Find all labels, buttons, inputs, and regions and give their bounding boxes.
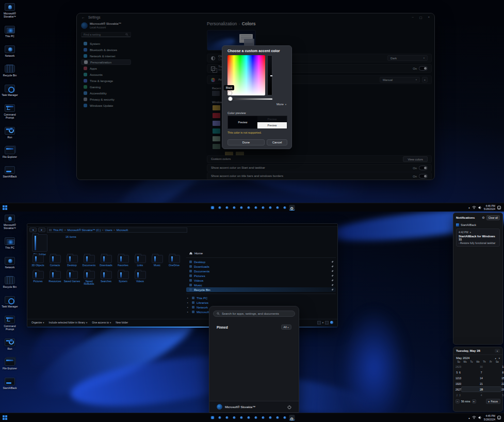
- breadcrumb-segment[interactable]: Users: [105, 229, 112, 232]
- quick-access-item[interactable]: Videos: [186, 278, 336, 283]
- notification-center-icon[interactable]: [497, 206, 501, 209]
- desktop-icon[interactable]: Microsoft® Slovakia™: [1, 3, 19, 18]
- power-icon[interactable]: [287, 405, 291, 409]
- notification-group[interactable]: StartAllBack: [453, 222, 502, 228]
- taskbar-app-icon[interactable]: [238, 205, 244, 210]
- taskbar-app-icon[interactable]: [282, 415, 287, 420]
- expand-chevron-icon[interactable]: ▸: [187, 297, 190, 299]
- done-button[interactable]: Done: [227, 139, 265, 145]
- calendar-day[interactable]: 4: [461, 392, 501, 398]
- hidden-icons-chevron[interactable]: ▴: [468, 206, 470, 209]
- folder-item[interactable]: Links: [132, 255, 149, 267]
- folder-item[interactable]: Downloads: [97, 255, 115, 267]
- taskbar-app-icon[interactable]: [289, 205, 295, 210]
- taskbar-app-icon[interactable]: [282, 205, 287, 210]
- quick-access-item[interactable]: Desktop: [186, 259, 336, 264]
- taskbar-app-icon[interactable]: [224, 415, 230, 420]
- command-button[interactable]: Give access to ▾: [92, 321, 111, 324]
- desktop-icon[interactable]: Run: [1, 338, 19, 350]
- desktop-icon[interactable]: Command Prompt: [1, 104, 19, 119]
- folder-item[interactable]: Searches: [97, 271, 115, 286]
- taskbar-app-icon[interactable]: [217, 205, 222, 210]
- taskbar-app-icon[interactable]: [231, 415, 237, 420]
- expand-chevron-icon[interactable]: ▸: [187, 301, 190, 304]
- folder-item[interactable]: Music: [149, 255, 166, 267]
- desktop-icon[interactable]: Task Manager: [1, 296, 19, 308]
- taskbar-app-icon[interactable]: [274, 415, 280, 420]
- folder-item[interactable]: Contacts: [46, 255, 63, 267]
- command-button[interactable]: Organize ▾: [31, 321, 44, 324]
- desktop-icon[interactable]: Recycle Bin: [1, 65, 19, 77]
- quick-access-item[interactable]: Documents: [186, 269, 336, 273]
- taskbar-app-icon[interactable]: [253, 415, 258, 420]
- breadcrumb-segment[interactable]: Microsoft: [117, 229, 128, 232]
- desktop-icon[interactable]: File Explorer: [1, 147, 19, 158]
- notification-card[interactable]: 4:42 PM ▾ StartAllBack for Windows 11 - …: [456, 229, 500, 247]
- desktop-icon[interactable]: Command Prompt: [1, 316, 19, 331]
- calendar-collapse-button[interactable]: ▾: [495, 349, 500, 353]
- taskbar-app-icon[interactable]: [217, 415, 222, 420]
- calendar-day[interactable]: 14: [461, 375, 501, 381]
- all-apps-button[interactable]: All ▸: [281, 324, 291, 330]
- brightness-slider[interactable]: [227, 98, 273, 100]
- start-user-name[interactable]: Microsoft® Slovakia™: [225, 405, 255, 409]
- gear-icon[interactable]: ⚙: [482, 216, 484, 219]
- quick-access-item[interactable]: Music: [186, 283, 336, 287]
- wifi-icon[interactable]: [472, 206, 476, 209]
- expand-chevron-icon[interactable]: ▸: [187, 306, 190, 309]
- taskbar-app-icon[interactable]: [260, 205, 266, 210]
- start-search-input[interactable]: Search for apps, settings, and documents: [213, 311, 295, 317]
- taskbar-app-icon[interactable]: [209, 415, 215, 420]
- wifi-icon[interactable]: [472, 416, 476, 419]
- focus-minus-button[interactable]: −: [456, 399, 460, 403]
- desktop-icon[interactable]: Network: [1, 45, 19, 57]
- calendar-day[interactable]: 8: [501, 369, 504, 375]
- folder-item[interactable]: Desktop: [63, 255, 80, 267]
- calendar-day[interactable]: 7: [461, 369, 501, 375]
- expand-chevron-icon[interactable]: ▸: [187, 311, 190, 313]
- clock[interactable]: 4:45 PM 5/28/2024: [484, 414, 495, 421]
- calendar-day[interactable]: 5: [501, 392, 504, 398]
- folder-item[interactable]: Pictures: [29, 271, 46, 286]
- avatar[interactable]: [217, 404, 222, 410]
- details-view-icon[interactable]: [317, 321, 321, 324]
- cancel-button[interactable]: Cancel: [267, 139, 287, 145]
- folder-item[interactable]: Saved ReBuilds: [80, 271, 97, 286]
- focus-button[interactable]: ▸ Focus: [486, 399, 500, 404]
- speaker-icon[interactable]: [478, 416, 482, 419]
- calendar-day[interactable]: 1: [501, 364, 504, 369]
- focus-plus-button[interactable]: +: [472, 399, 476, 403]
- taskbar-app-icon[interactable]: [267, 415, 273, 420]
- forward-button[interactable]: ▸: [38, 228, 45, 232]
- taskbar-app-icon[interactable]: [289, 415, 295, 420]
- command-button[interactable]: Include selected folder in library ▾: [49, 321, 88, 324]
- icons-view-icon[interactable]: [325, 321, 329, 324]
- notification-center-icon[interactable]: [497, 416, 501, 419]
- calendar-day[interactable]: 29: [501, 386, 504, 392]
- taskbar-app-icon[interactable]: [260, 415, 266, 420]
- taskbar-app-icon[interactable]: [238, 415, 244, 420]
- folder-item[interactable]: OneDrive: [166, 255, 183, 267]
- folder-item[interactable]: Documents: [80, 255, 97, 267]
- folder-item[interactable]: Videos: [132, 271, 149, 286]
- speaker-icon[interactable]: [478, 206, 482, 209]
- calendar-day[interactable]: 21: [461, 381, 501, 386]
- desktop-icon[interactable]: Recycle Bin: [1, 277, 19, 288]
- onedrive-status-icon[interactable]: [330, 321, 333, 324]
- color-value-slider[interactable]: [267, 55, 272, 95]
- quick-access-item[interactable]: Recycle Bin: [186, 287, 336, 292]
- quick-access-item[interactable]: Pictures: [186, 273, 336, 278]
- taskbar-app-icon[interactable]: [267, 205, 273, 210]
- breadcrumb-segment[interactable]: Microsoft® Slovakia™ (C:): [68, 229, 101, 232]
- start-button[interactable]: [3, 205, 7, 210]
- tree-item[interactable]: ▸ Libraries: [186, 300, 336, 305]
- desktop-icon[interactable]: Task Manager: [1, 85, 19, 96]
- command-button[interactable]: New folder: [116, 321, 129, 324]
- desktop-icon[interactable]: Network: [1, 257, 19, 269]
- desktop-icon[interactable]: This PC: [1, 237, 19, 249]
- taskbar-app-icon[interactable]: [253, 205, 258, 210]
- clear-all-button[interactable]: Clear all: [486, 215, 500, 220]
- breadcrumb-segment[interactable]: This PC: [53, 229, 63, 232]
- nav-home[interactable]: Home: [186, 251, 336, 256]
- folder-item[interactable]: Saved Games: [63, 271, 80, 286]
